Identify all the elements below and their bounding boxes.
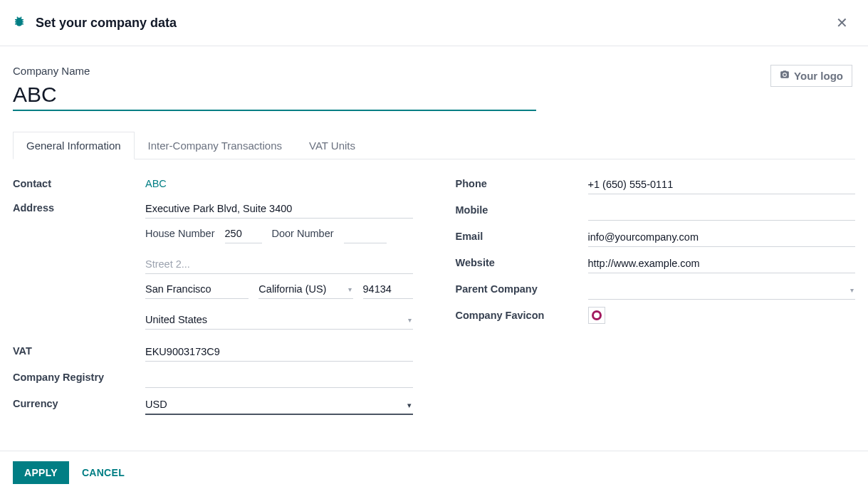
phone-input[interactable] bbox=[588, 175, 856, 194]
favicon-icon bbox=[592, 310, 602, 320]
modal-footer: APPLY CANCEL bbox=[0, 451, 868, 494]
street-input[interactable] bbox=[145, 199, 413, 219]
phone-label: Phone bbox=[456, 175, 588, 189]
company-name-label: Company Name bbox=[13, 65, 536, 77]
contact-label: Contact bbox=[13, 175, 145, 189]
your-logo-button[interactable]: Your logo bbox=[770, 65, 852, 87]
email-label: Email bbox=[456, 228, 588, 242]
company-favicon-label: Company Favicon bbox=[456, 307, 588, 321]
vat-label: VAT bbox=[13, 342, 145, 357]
modal-body: Company Name Your logo General Informati… bbox=[0, 46, 868, 451]
cancel-button[interactable]: CANCEL bbox=[82, 467, 125, 478]
mobile-input[interactable] bbox=[588, 201, 856, 221]
currency-label: Currency bbox=[13, 395, 145, 409]
tab-vat-units[interactable]: VAT Units bbox=[296, 132, 369, 159]
apply-button[interactable]: APPLY bbox=[13, 461, 69, 484]
door-number-input[interactable] bbox=[344, 224, 387, 243]
mobile-label: Mobile bbox=[456, 201, 588, 216]
company-registry-input[interactable] bbox=[145, 369, 413, 388]
parent-company-label: Parent Company bbox=[456, 280, 588, 295]
address-label: Address bbox=[13, 199, 145, 214]
favicon-upload[interactable] bbox=[588, 307, 605, 324]
bug-icon[interactable] bbox=[13, 15, 26, 31]
door-number-label: Door Number bbox=[272, 228, 334, 239]
tab-intercompany-transactions[interactable]: Inter-Company Transactions bbox=[135, 132, 296, 159]
currency-select[interactable] bbox=[145, 395, 413, 415]
street2-input[interactable] bbox=[145, 255, 413, 274]
country-select[interactable] bbox=[145, 310, 413, 330]
parent-company-select[interactable] bbox=[588, 280, 856, 300]
contact-link[interactable]: ABC bbox=[145, 175, 167, 192]
state-select[interactable] bbox=[258, 280, 352, 299]
house-number-input[interactable] bbox=[225, 224, 262, 243]
zip-input[interactable] bbox=[363, 280, 413, 299]
form-left-column: Contact ABC Address House Number Door Nu… bbox=[13, 175, 413, 422]
camera-icon bbox=[780, 70, 790, 82]
modal-title: Set your company data bbox=[36, 16, 177, 31]
modal-header: Set your company data ✕ bbox=[0, 0, 868, 46]
company-name-input[interactable] bbox=[13, 80, 536, 111]
vat-input[interactable] bbox=[145, 342, 413, 362]
modal-title-wrap: Set your company data bbox=[13, 15, 177, 31]
website-input[interactable] bbox=[588, 254, 856, 273]
website-label: Website bbox=[456, 254, 588, 268]
your-logo-label: Your logo bbox=[794, 70, 843, 82]
email-input[interactable] bbox=[588, 228, 856, 247]
city-input[interactable] bbox=[145, 280, 249, 299]
company-registry-label: Company Registry bbox=[13, 369, 145, 383]
tab-general-information[interactable]: General Information bbox=[13, 132, 135, 159]
house-number-label: House Number bbox=[145, 228, 215, 239]
close-button[interactable]: ✕ bbox=[832, 13, 852, 33]
tabs: General Information Inter-Company Transa… bbox=[13, 131, 855, 159]
form-right-column: Phone Mobile Email Website bbox=[456, 175, 856, 422]
close-icon: ✕ bbox=[836, 15, 848, 31]
